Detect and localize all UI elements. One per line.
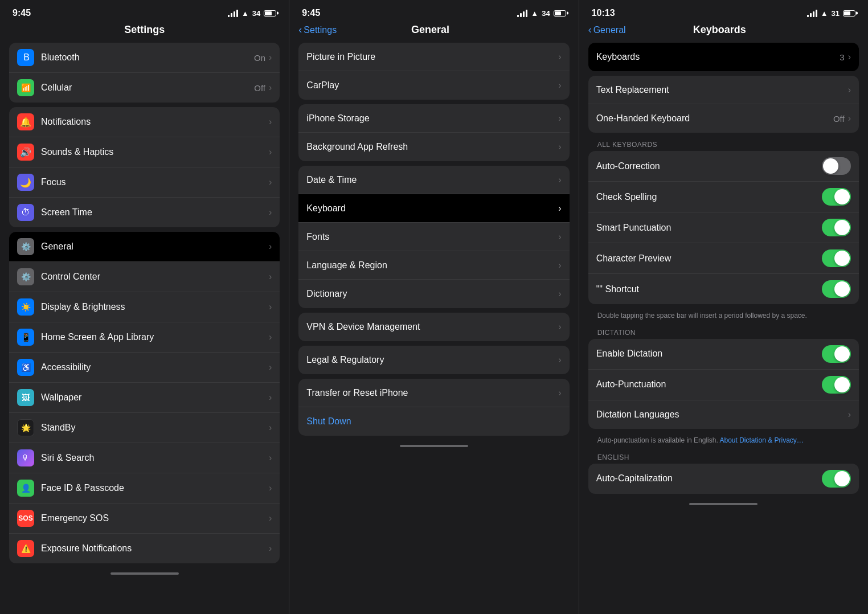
sounds-row[interactable]: 🔊 Sounds & Haptics › xyxy=(9,137,280,167)
general-back-label: Settings xyxy=(304,25,337,35)
one-handed-row[interactable]: One-Handed Keyboard Off › xyxy=(588,104,859,133)
auto-correction-toggle[interactable] xyxy=(822,157,851,175)
control-center-chevron: › xyxy=(269,272,272,282)
auto-cap-label: Auto-Capitalization xyxy=(596,473,822,484)
date-time-chevron: › xyxy=(558,175,561,185)
fonts-row[interactable]: Fonts › xyxy=(298,223,569,251)
status-icons-2: ▲ 34 xyxy=(517,9,566,18)
screen-time-icon: ⏱ xyxy=(17,204,34,221)
exposure-label: Exposure Notifications xyxy=(41,543,269,554)
transfer-reset-row[interactable]: Transfer or Reset iPhone › xyxy=(298,379,569,407)
home-screen-icon: 📱 xyxy=(17,329,34,346)
dictation-note: Auto-punctuation is available in English… xyxy=(579,433,868,450)
dictation-languages-row[interactable]: Dictation Languages › xyxy=(588,400,859,429)
dictionary-label: Dictionary xyxy=(306,289,558,299)
picture-in-picture-row[interactable]: Picture in Picture › xyxy=(298,43,569,71)
smart-punctuation-row[interactable]: Smart Punctuation xyxy=(588,212,859,243)
signal-icon-2 xyxy=(517,10,527,17)
accessibility-row[interactable]: ♿ Accessibility › xyxy=(9,353,280,383)
settings-group-connectivity: B Bluetooth On › 📶 Cellular Off › xyxy=(9,43,280,103)
cellular-row[interactable]: 📶 Cellular Off › xyxy=(9,73,280,103)
emergency-sos-row[interactable]: SOS Emergency SOS › xyxy=(9,504,280,534)
shutdown-row[interactable]: Shut Down xyxy=(298,407,569,436)
auto-capitalization-row[interactable]: Auto-Capitalization xyxy=(588,464,859,494)
focus-row[interactable]: 🌙 Focus › xyxy=(9,167,280,198)
general-label: General xyxy=(41,241,269,252)
screen-time-chevron: › xyxy=(269,207,272,218)
vpn-chevron: › xyxy=(558,322,561,332)
general-panel: 9:45 ▲ 34 ‹ Settings General Picture in … xyxy=(289,0,579,614)
general-back-button[interactable]: ‹ Settings xyxy=(298,24,337,36)
shortcut-row[interactable]: "" Shortcut xyxy=(588,274,859,304)
wallpaper-row[interactable]: 🖼 Wallpaper › xyxy=(9,383,280,413)
dictation-privacy-link[interactable]: About Dictation & Privacy… xyxy=(719,436,803,444)
keyboard-row[interactable]: Keyboard › xyxy=(298,194,569,223)
standby-label: StandBy xyxy=(41,423,269,433)
pip-label: Picture in Picture xyxy=(306,52,558,62)
keyboards-count-label: Keyboards xyxy=(596,52,840,62)
iphone-storage-row[interactable]: iPhone Storage › xyxy=(298,104,569,133)
general-group-2: iPhone Storage › Background App Refresh … xyxy=(298,104,569,161)
text-replacement-row[interactable]: Text Replacement › xyxy=(588,76,859,104)
home-screen-label: Home Screen & App Library xyxy=(41,332,269,342)
siri-label: Siri & Search xyxy=(41,453,269,463)
enable-dictation-toggle[interactable] xyxy=(822,345,851,363)
siri-icon: 🎙 xyxy=(17,449,34,466)
auto-correction-row[interactable]: Auto-Correction xyxy=(588,151,859,182)
auto-punctuation-toggle[interactable] xyxy=(822,376,851,394)
shortcut-note: Double tapping the space bar will insert… xyxy=(579,309,868,325)
bluetooth-chevron: › xyxy=(269,52,272,63)
settings-group-system: 🔔 Notifications › 🔊 Sounds & Haptics › 🌙… xyxy=(9,107,280,227)
date-time-row[interactable]: Date & Time › xyxy=(298,166,569,194)
bluetooth-row[interactable]: B Bluetooth On › xyxy=(9,43,280,73)
shortcut-toggle[interactable] xyxy=(822,280,851,298)
standby-chevron: › xyxy=(269,423,272,433)
battery-label-3: 31 xyxy=(832,9,840,18)
status-icons-1: ▲ 34 xyxy=(228,9,276,18)
enable-dictation-row[interactable]: Enable Dictation xyxy=(588,339,859,370)
check-spelling-toggle[interactable] xyxy=(822,188,851,206)
screen-time-row[interactable]: ⏱ Screen Time › xyxy=(9,198,280,227)
shortcut-label: "" Shortcut xyxy=(596,284,822,294)
keyboards-panel: 10:13 ▲ 31 ‹ General Keyboards Keyboards… xyxy=(579,0,868,614)
background-refresh-row[interactable]: Background App Refresh › xyxy=(298,133,569,161)
keyboards-back-button[interactable]: ‹ General xyxy=(588,24,626,36)
char-preview-toggle[interactable] xyxy=(822,249,851,267)
general-group-4: VPN & Device Management › xyxy=(298,313,569,341)
general-nav-header: ‹ Settings General xyxy=(289,22,578,43)
siri-row[interactable]: 🎙 Siri & Search › xyxy=(9,443,280,473)
carplay-row[interactable]: CarPlay › xyxy=(298,71,569,100)
vpn-label: VPN & Device Management xyxy=(306,322,558,332)
home-screen-row[interactable]: 📱 Home Screen & App Library › xyxy=(9,322,280,353)
dictation-languages-label: Dictation Languages xyxy=(596,410,848,420)
check-spelling-row[interactable]: Check Spelling xyxy=(588,182,859,212)
keyboards-group-2: Text Replacement › One-Handed Keyboard O… xyxy=(588,76,859,133)
vpn-row[interactable]: VPN & Device Management › xyxy=(298,313,569,341)
faceid-row[interactable]: 👤 Face ID & Passcode › xyxy=(9,473,280,504)
char-preview-row[interactable]: Character Preview xyxy=(588,243,859,274)
display-icon: ☀️ xyxy=(17,298,34,316)
language-region-row[interactable]: Language & Region › xyxy=(298,251,569,280)
auto-punctuation-row[interactable]: Auto-Punctuation xyxy=(588,370,859,400)
wifi-icon-2: ▲ xyxy=(531,9,538,18)
emergency-chevron: › xyxy=(269,513,272,523)
keyboards-nav-header: ‹ General Keyboards xyxy=(579,22,868,43)
control-center-row[interactable]: ⚙️ Control Center › xyxy=(9,262,280,292)
language-label: Language & Region xyxy=(306,260,558,271)
dictionary-row[interactable]: Dictionary › xyxy=(298,280,569,308)
accessibility-icon: ♿ xyxy=(17,359,34,376)
standby-row[interactable]: 🌟 StandBy › xyxy=(9,413,280,443)
all-keyboards-group: Auto-Correction Check Spelling Smart Pun… xyxy=(588,151,859,304)
display-brightness-row[interactable]: ☀️ Display & Brightness › xyxy=(9,292,280,322)
notifications-row[interactable]: 🔔 Notifications › xyxy=(9,107,280,137)
general-row[interactable]: ⚙️ General › xyxy=(9,232,280,262)
keyboards-count-row[interactable]: Keyboards 3 › xyxy=(588,43,859,71)
smart-punctuation-label: Smart Punctuation xyxy=(596,223,822,233)
auto-cap-toggle[interactable] xyxy=(822,470,851,488)
exposure-row[interactable]: ⚠️ Exposure Notifications › xyxy=(9,534,280,563)
keyboards-back-label: General xyxy=(593,25,626,35)
auto-punctuation-label: Auto-Punctuation xyxy=(596,379,822,390)
smart-punctuation-toggle[interactable] xyxy=(822,219,851,236)
legal-chevron: › xyxy=(558,355,561,365)
legal-row[interactable]: Legal & Regulatory › xyxy=(298,346,569,374)
